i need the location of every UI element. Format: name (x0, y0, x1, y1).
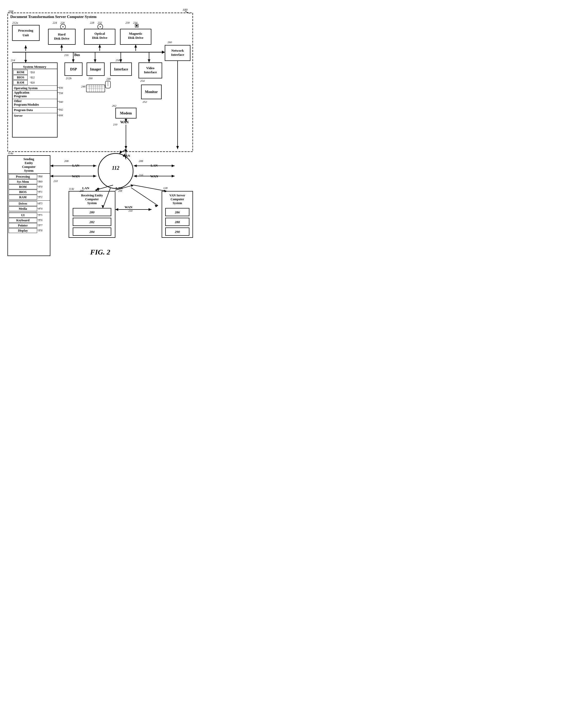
sending-bios: BIOS (19, 190, 27, 194)
sending-rom: ROM (19, 185, 26, 189)
ref-278: 278 (39, 229, 42, 232)
ref-224: 224 (53, 21, 57, 24)
monitor-label: Monitor (145, 90, 158, 94)
ref-242: 242 (59, 108, 63, 111)
ref-208-left-top: 208 (64, 159, 69, 162)
hard-disk-label2: Disk Drive (54, 37, 69, 40)
os-label: Operating System (14, 86, 38, 90)
magnetic-disk-label2: Disk Drive (128, 36, 143, 40)
ref-248: 248 (106, 77, 111, 80)
svg-marker-121 (172, 165, 175, 167)
optical-disk-label: Optical (94, 32, 105, 35)
svg-point-8 (100, 26, 101, 27)
ref-212a: 212a (12, 21, 18, 24)
ref-208-right-top: 208 (139, 159, 143, 162)
ref-100: 100 (183, 8, 188, 12)
ref-114e: 114e (69, 187, 74, 190)
ref-246: 246 (81, 85, 86, 88)
box-286: 286 (175, 210, 180, 214)
svg-marker-120 (134, 165, 137, 167)
network-interface-label2: Interface (171, 53, 184, 57)
hard-disk-label: Hard (58, 32, 66, 36)
svg-line-146 (131, 188, 158, 206)
svg-marker-109 (50, 165, 53, 167)
sending-drives: Drives (19, 202, 27, 205)
svg-line-142 (134, 185, 167, 191)
ref-236: 236 (59, 86, 63, 89)
modem-label: Modem (120, 111, 132, 115)
sending-ui: UI (21, 213, 25, 217)
sending-pointer: Pointer (18, 224, 28, 227)
ref-208-recv-left: 208 (80, 189, 84, 192)
ref-254: 254 (140, 79, 145, 82)
van-title3: System (173, 201, 182, 205)
ref-222: 222 (31, 76, 35, 79)
ref-240: 240 (59, 101, 63, 103)
ref-210-left: 210 (53, 179, 58, 183)
van-title: VAN Server (169, 194, 185, 197)
ref-277: 277 (39, 224, 43, 227)
ref-228: 228 (90, 21, 94, 24)
svg-point-81 (98, 153, 133, 188)
processing-unit-label2: Unit (23, 33, 29, 37)
sending-title2: Entity (25, 161, 33, 165)
sending-display: Display (18, 229, 28, 232)
sending-ram: RAM (19, 195, 27, 199)
sending-title3: Computer (22, 165, 36, 169)
server-label: Server (14, 114, 23, 117)
ref-220: 220 (31, 81, 35, 84)
svg-rect-11 (136, 25, 138, 26)
wan-dts-bottom: WAN (122, 154, 130, 158)
video-interface-label: Video (146, 66, 155, 70)
wan-label-mid: WAN (125, 205, 133, 209)
ref-272: 272 (39, 196, 42, 198)
imager-label: Imager (90, 67, 101, 71)
sending-title: Sending (23, 157, 34, 161)
bios-label: BIOS (17, 76, 24, 79)
ref-210-mid: 210 (129, 210, 132, 212)
receiving-title: Receiving Entity (81, 194, 103, 197)
ref-275: 275 (39, 214, 42, 216)
receiving-title3: System (87, 201, 97, 205)
network-circle-label: 112 (112, 165, 120, 171)
box-290: 290 (175, 230, 180, 234)
interface-label: Interface (114, 67, 128, 71)
app-programs-label2: Programs (14, 94, 27, 98)
sending-media: Media (19, 207, 27, 211)
ref-260: 260 (168, 41, 172, 44)
receiving-title2: Computer (85, 197, 99, 201)
dts-title: Document Transformation Server Computer … (10, 15, 97, 19)
ref-230: 230 (125, 21, 130, 24)
ref-262: 262 (112, 104, 116, 107)
svg-point-5 (62, 26, 64, 27)
wan-label-dts: WAN (120, 120, 129, 124)
svg-marker-123 (134, 175, 137, 177)
ref-216: 216 (64, 53, 69, 57)
fig-label: FIG. 2 (90, 248, 110, 256)
network-interface-label: Network (172, 49, 184, 52)
svg-marker-113 (93, 175, 96, 177)
rom-label: ROM (17, 70, 24, 74)
box-284: 284 (89, 230, 95, 234)
app-programs-label: Application (14, 91, 29, 94)
ref-238: 238 (59, 92, 63, 95)
ref-234: 234 (133, 21, 138, 24)
lan-label-left: LAN (72, 163, 79, 167)
ref-268: 268 (39, 175, 42, 178)
ref-232: 232 (98, 21, 102, 24)
box-282: 282 (89, 220, 95, 224)
ref-271: 271 (39, 190, 42, 193)
ref-114a: 114a (8, 152, 13, 155)
ref-208-recv-right: 208 (118, 189, 122, 192)
magnetic-disk-label: Magnetic (129, 32, 142, 35)
main-diagram-svg: Document Transformation Server Computer … (5, 5, 195, 265)
optical-disk-label2: Disk Drive (92, 36, 107, 40)
svg-rect-3 (12, 25, 39, 41)
dsp-label: DSP (70, 67, 77, 71)
box-280: 280 (89, 210, 95, 214)
ref-226: 226 (60, 21, 65, 24)
ref-266: 266 (88, 77, 93, 80)
diagram-wrapper: Document Transformation Server Computer … (5, 5, 195, 266)
svg-marker-135 (149, 208, 152, 211)
other-programs-label: Other (14, 99, 22, 103)
